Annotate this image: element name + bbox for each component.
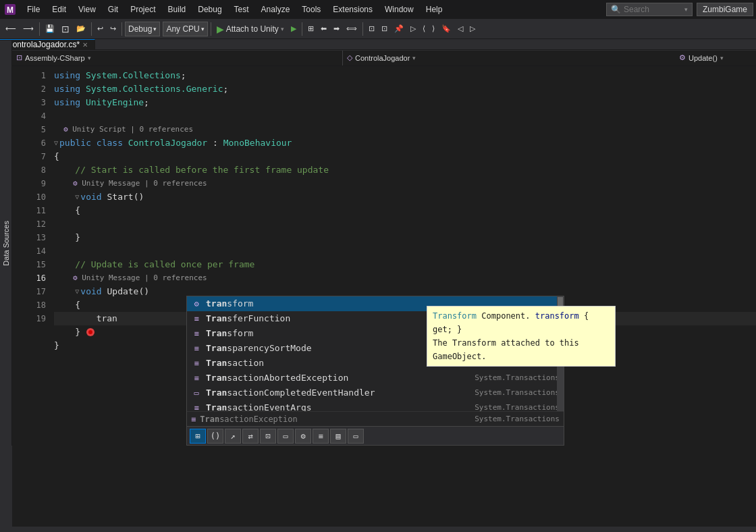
item-6-icon: ▭ xyxy=(191,388,202,398)
ac-tool-box[interactable]: ⊡ xyxy=(260,429,276,444)
debug-config-dropdown[interactable]: Debug ▾ xyxy=(125,22,160,36)
code-meta-5: ⚙ Unity Script | 0 references xyxy=(54,123,756,136)
svg-text:M: M xyxy=(7,5,14,15)
sep-6 xyxy=(362,22,363,36)
forward-button[interactable]: ⟶ xyxy=(20,21,36,37)
ln-15: 15 xyxy=(24,258,46,271)
menu-file[interactable]: File xyxy=(22,2,45,17)
menu-analyze[interactable]: Analyze xyxy=(256,2,296,17)
code-line-14-container: ⚙ Unity Message | 0 references ▽ void Up… xyxy=(54,271,756,298)
tooltip-signature: Transform Component. transform { get; } xyxy=(433,309,610,336)
menu-debug[interactable]: Debug xyxy=(192,2,227,17)
bookmark-list-btn[interactable]: ⊞ xyxy=(305,21,317,37)
menu-tools[interactable]: Tools xyxy=(296,2,326,17)
code-editor[interactable]: using System.Collections; using System.C… xyxy=(51,66,756,527)
ac-tool-parens[interactable]: () xyxy=(207,429,223,444)
ln-6: 6 xyxy=(24,136,46,150)
back-button[interactable]: ⟵ xyxy=(3,21,19,37)
ac-tool-exchange[interactable]: ⇄ xyxy=(242,429,259,444)
save-button[interactable]: ⊡ xyxy=(59,21,72,37)
redo-button[interactable]: ↪ xyxy=(107,21,119,37)
search-box[interactable]: 🔍 ▾ xyxy=(606,3,693,16)
extra-btn-3[interactable]: 📌 xyxy=(392,21,406,37)
fold-14[interactable]: ▽ xyxy=(75,285,79,298)
menu-edit[interactable]: Edit xyxy=(47,2,72,17)
ln-12: 12 xyxy=(24,217,46,231)
menu-window[interactable]: Window xyxy=(379,2,419,17)
code-meta-14: ⚙ Unity Message | 0 references xyxy=(54,271,756,285)
ln-13: 13 xyxy=(24,231,46,244)
tab-label: ControlaJogador.cs* xyxy=(7,40,80,49)
ln-18: 18 xyxy=(24,298,46,312)
extra-btn-4[interactable]: ▷ xyxy=(408,21,418,37)
search-dropdown-icon[interactable]: ▾ xyxy=(684,6,688,13)
tab-controla-jogador[interactable]: ControlaJogador.cs* ✕ xyxy=(0,39,95,49)
breadcrumb-assembly-dropdown[interactable]: ⊡ Assembly-CSharp ▾ xyxy=(12,51,343,65)
fold-8[interactable]: ▽ xyxy=(75,190,79,204)
extra-btn-1[interactable]: ⊡ xyxy=(366,21,377,37)
extra-btn-5[interactable]: ⟨ xyxy=(420,21,428,37)
project-button[interactable]: ZumbiGame xyxy=(697,3,753,16)
undo-button[interactable]: ↩ xyxy=(94,21,106,37)
menu-project[interactable]: Project xyxy=(125,2,161,17)
search-input[interactable] xyxy=(624,5,684,14)
ac-tool-arrow[interactable]: ↗ xyxy=(225,429,241,444)
ln-14: 14 xyxy=(24,244,46,258)
ac-tool-lines[interactable]: ≡ xyxy=(313,429,329,444)
code-line-3: using UnityEngine; xyxy=(54,96,756,109)
platform-label: Any CPU xyxy=(166,24,199,34)
ac-tool-grid[interactable]: ⊞ xyxy=(190,429,206,444)
ac-tool-rect2[interactable]: ▭ xyxy=(348,429,364,444)
menu-help[interactable]: Help xyxy=(421,2,448,17)
tab-close-icon[interactable]: ✕ xyxy=(82,41,88,49)
next-bookmark-btn[interactable]: ➡ xyxy=(331,21,342,37)
sep-1 xyxy=(39,22,40,36)
extra-btn-9[interactable]: ▷ xyxy=(467,21,478,37)
sep-5 xyxy=(302,22,302,36)
attach-play-icon: ▶ xyxy=(217,24,224,34)
breadcrumb-right-arrow: ▾ xyxy=(412,55,416,61)
code-line-11: } xyxy=(54,231,756,244)
menu-git[interactable]: Git xyxy=(103,2,124,17)
menu-extensions[interactable]: Extensions xyxy=(327,2,378,17)
ac-tool-list[interactable]: ▤ xyxy=(330,429,346,444)
app-logo: M xyxy=(3,2,18,17)
fold-5[interactable]: ▽ xyxy=(54,136,58,150)
menu-build[interactable]: Build xyxy=(163,2,192,17)
menu-test[interactable]: Test xyxy=(229,2,254,17)
method-icon: ⚙ xyxy=(679,53,686,62)
ln-1: 1 xyxy=(24,69,46,82)
ac-tool-gear[interactable]: ⚙ xyxy=(295,429,311,444)
tab-area: Data Sources ControlaJogador.cs* ✕ xyxy=(0,39,756,50)
attach-to-unity-button[interactable]: ▶ Attach to Unity ▾ xyxy=(214,21,287,37)
item-1-icon: ≡ xyxy=(191,313,202,324)
extra-btn-7[interactable]: 🔖 xyxy=(439,21,454,37)
autocomplete-item-6[interactable]: ▭ TransactionCompletedEventHandler Syste… xyxy=(187,385,564,400)
code-line-12 xyxy=(54,244,756,258)
autocomplete-item-5[interactable]: ≡ TransactionAbortedException System.Tra… xyxy=(187,371,564,385)
extra-btn-6[interactable]: ⟩ xyxy=(429,21,437,37)
breadcrumb-class-dropdown[interactable]: ◇ ControlaJogador ▾ xyxy=(343,51,675,65)
code-line-7: // Start is called before the first fram… xyxy=(54,163,756,177)
platform-dropdown[interactable]: Any CPU ▾ xyxy=(163,22,207,36)
item-5-name: TransactionAbortedException xyxy=(206,371,470,385)
autocomplete-item-7[interactable]: ≡ TransactionEventArgs System.Transactio… xyxy=(187,400,564,411)
breadcrumb-method-dropdown[interactable]: ⚙ Update() ▾ xyxy=(675,51,756,65)
ln-5: 5 xyxy=(24,123,46,136)
item-5-ns: System.Transactions xyxy=(475,371,560,385)
data-sources-label: Data Sources xyxy=(2,221,10,266)
ac-tool-rect[interactable]: ▭ xyxy=(277,429,294,444)
autocomplete-item-8-partial[interactable]: ≡ TransactionException System.Transactio… xyxy=(187,411,564,426)
save-all-button[interactable]: 💾 xyxy=(43,21,57,37)
extra-btn-2[interactable]: ⊡ xyxy=(379,21,390,37)
prev-bookmark-btn[interactable]: ⬅ xyxy=(318,21,329,37)
debug-config-label: Debug xyxy=(128,24,152,34)
open-button[interactable]: 📂 xyxy=(74,21,88,37)
item-6-name: TransactionCompletedEventHandler xyxy=(206,386,470,400)
menu-view[interactable]: View xyxy=(73,2,101,17)
toggle-btn[interactable]: ⟺ xyxy=(344,21,360,37)
extra-btn-8[interactable]: ◁ xyxy=(455,21,466,37)
start-button[interactable]: ▶ xyxy=(288,21,299,37)
data-sources-panel[interactable]: Data Sources xyxy=(0,41,12,446)
menu-bar: M File Edit View Git Project Build Debug… xyxy=(0,0,756,19)
